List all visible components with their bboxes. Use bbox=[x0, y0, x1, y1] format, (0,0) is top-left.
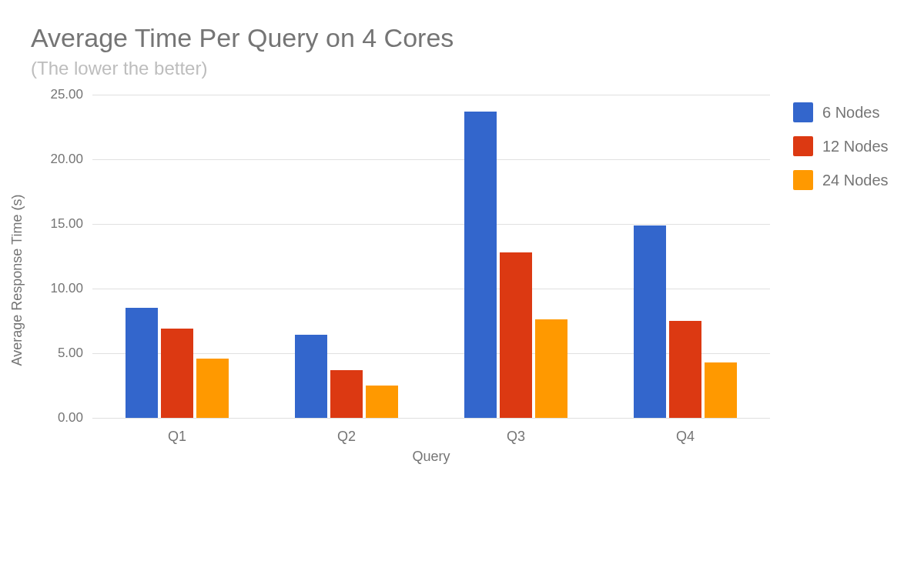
bar bbox=[464, 112, 497, 418]
x-tick-label: Q3 bbox=[507, 429, 525, 445]
legend-swatch bbox=[793, 136, 813, 156]
y-tick-label: 0.00 bbox=[58, 410, 83, 426]
bar bbox=[126, 308, 158, 418]
chart-container: Average Time Per Query on 4 Cores (The l… bbox=[0, 0, 924, 571]
chart-title: Average Time Per Query on 4 Cores bbox=[31, 23, 893, 53]
bar-group bbox=[126, 308, 229, 418]
bar bbox=[295, 335, 327, 418]
bar bbox=[366, 386, 398, 418]
bar bbox=[535, 319, 567, 418]
x-tick-label: Q4 bbox=[676, 429, 695, 445]
bar bbox=[330, 370, 363, 418]
y-tick-label: 25.00 bbox=[50, 87, 83, 102]
plot-column: Average Response Time (s) 0.005.0010.001… bbox=[31, 95, 770, 465]
y-tick-label: 15.00 bbox=[50, 216, 83, 232]
chart-subtitle: (The lower the better) bbox=[31, 58, 893, 79]
y-tick-label: 20.00 bbox=[50, 152, 83, 167]
bar-group bbox=[464, 112, 567, 418]
bars-layer bbox=[92, 95, 770, 418]
legend-swatch bbox=[793, 102, 813, 122]
x-axis-label: Query bbox=[92, 449, 770, 465]
bar-group bbox=[634, 225, 737, 418]
legend-item: 6 Nodes bbox=[793, 102, 889, 122]
bar bbox=[669, 321, 701, 418]
legend-label: 6 Nodes bbox=[822, 104, 880, 122]
y-tick-label: 5.00 bbox=[58, 346, 83, 361]
y-tick-label: 10.00 bbox=[50, 281, 83, 296]
bar bbox=[500, 252, 532, 418]
bar bbox=[161, 329, 193, 418]
plot-area: 0.005.0010.0015.0020.0025.00 Q1Q2Q3Q4 bbox=[92, 95, 770, 418]
y-axis-label: Average Response Time (s) bbox=[9, 194, 25, 366]
legend: 6 Nodes12 Nodes24 Nodes bbox=[793, 102, 889, 204]
x-tick-label: Q1 bbox=[168, 429, 186, 445]
legend-label: 12 Nodes bbox=[822, 138, 889, 155]
legend-label: 24 Nodes bbox=[822, 172, 889, 189]
bar bbox=[634, 225, 666, 418]
legend-item: 24 Nodes bbox=[793, 170, 889, 190]
x-tick-label: Q2 bbox=[337, 429, 356, 445]
bar bbox=[196, 359, 229, 418]
grid-line bbox=[92, 418, 770, 419]
legend-swatch bbox=[793, 170, 813, 190]
legend-item: 12 Nodes bbox=[793, 136, 889, 156]
bar-group bbox=[295, 335, 398, 418]
bar bbox=[705, 362, 737, 418]
